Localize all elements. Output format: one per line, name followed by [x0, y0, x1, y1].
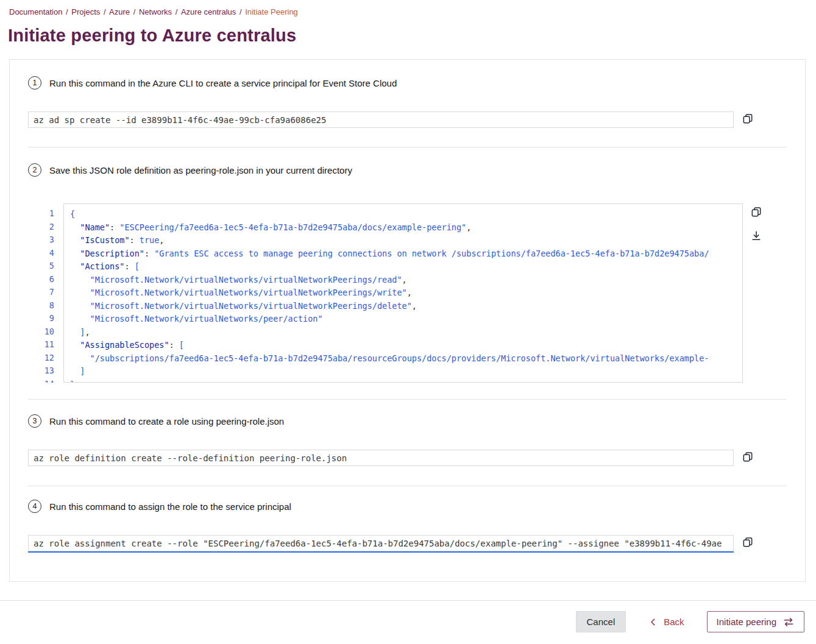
code-line: "/subscriptions/fa7eed6a-1ec5-4efa-b71a-… — [70, 352, 742, 366]
line-number: 14 — [28, 378, 54, 383]
code-line: "IsCustom": true, — [70, 234, 742, 247]
back-button[interactable]: Back — [642, 611, 690, 632]
footer-actions: Cancel Back Initiate peering — [576, 611, 804, 632]
line-number: 3 — [28, 233, 54, 247]
step-divider — [28, 399, 787, 400]
cli-command-input[interactable] — [28, 450, 734, 466]
code-line: "Microsoft.Network/virtualNetworks/virtu… — [70, 300, 742, 313]
cli-command-input[interactable] — [28, 535, 734, 551]
code-line: "Name": "ESCPeering/fa7eed6a-1ec5-4efa-b… — [70, 221, 742, 235]
step-number-badge: 1 — [28, 76, 41, 90]
line-number: 6 — [28, 273, 54, 286]
copy-icon — [750, 206, 762, 218]
line-number: 4 — [28, 247, 54, 260]
line-number: 7 — [28, 286, 54, 299]
back-label: Back — [664, 617, 684, 627]
step-number-badge: 3 — [28, 414, 41, 428]
breadcrumb-separator: / — [63, 7, 70, 16]
cancel-button[interactable]: Cancel — [576, 611, 626, 632]
code-line: "Microsoft.Network/virtualNetworks/virtu… — [70, 274, 742, 287]
line-number: 5 — [28, 260, 54, 273]
copy-icon — [742, 451, 754, 463]
step-instruction: Run this command to create a role using … — [49, 416, 284, 426]
copy-button[interactable] — [742, 450, 754, 464]
line-numbers: 1234567891011121314 — [28, 203, 54, 383]
breadcrumb-separator: / — [101, 7, 108, 16]
breadcrumb-separator: / — [237, 7, 244, 16]
copy-icon — [742, 536, 754, 548]
step-instruction: Save this JSON role definition as peerin… — [49, 165, 352, 175]
swap-horizontal-icon — [782, 616, 795, 628]
code-line: { — [70, 208, 742, 221]
download-icon — [750, 230, 762, 242]
breadcrumb-separator: / — [173, 7, 180, 16]
breadcrumb-current: Initiate Peering — [245, 7, 298, 16]
line-number: 1 — [28, 207, 54, 221]
breadcrumb-link[interactable]: Azure — [109, 7, 130, 16]
step-instruction: Run this command to assign the role to t… — [49, 501, 291, 512]
line-number: 9 — [28, 312, 54, 325]
breadcrumb: Documentation / Projects / Azure / Netwo… — [9, 7, 298, 16]
line-number: 8 — [28, 299, 54, 313]
breadcrumb-link[interactable]: Networks — [139, 7, 172, 16]
step-instruction: Run this command in the Azure CLI to cre… — [49, 78, 397, 88]
download-json-button[interactable] — [750, 228, 762, 243]
code-line: "Microsoft.Network/virtualNetworks/peer/… — [70, 313, 742, 326]
code-line: "AssignableScopes": [ — [70, 339, 742, 352]
initiate-peering-label: Initiate peering — [717, 617, 776, 627]
line-number: 10 — [28, 325, 54, 339]
step-divider — [28, 486, 787, 486]
footer-divider — [0, 600, 816, 601]
page-title: Initiate peering to Azure centralus — [8, 26, 296, 46]
step-divider — [28, 147, 787, 147]
code-line: "Description": "Grants ESC access to man… — [70, 247, 742, 261]
step-1: 1 Run this command in the Azure CLI to c… — [28, 76, 787, 128]
line-number: 12 — [28, 352, 54, 365]
code-line: ], — [70, 326, 742, 339]
copy-button[interactable] — [742, 535, 754, 550]
breadcrumb-link[interactable]: Projects — [71, 7, 100, 16]
copy-icon — [742, 113, 754, 125]
breadcrumb-link[interactable]: Documentation — [9, 7, 62, 16]
step-number-badge: 4 — [28, 500, 41, 513]
line-number: 2 — [28, 221, 54, 234]
cli-command-input[interactable] — [28, 111, 734, 128]
breadcrumb-separator: / — [131, 7, 138, 16]
code-line: ] — [70, 365, 742, 378]
breadcrumb-link[interactable]: Azure centralus — [181, 7, 236, 16]
step-2: 2 Save this JSON role definition as peer… — [28, 163, 787, 383]
wizard-card: 1 Run this command in the Azure CLI to c… — [9, 59, 806, 582]
code-line: } — [70, 378, 742, 383]
chevron-left-icon — [648, 617, 658, 627]
step-3: 3 Run this command to create a role usin… — [28, 414, 787, 466]
copy-json-button[interactable] — [750, 205, 762, 219]
json-editor[interactable]: { "Name": "ESCPeering/fa7eed6a-1ec5-4efa… — [63, 203, 743, 383]
code-line: "Microsoft.Network/virtualNetworks/virtu… — [70, 286, 742, 300]
line-number: 11 — [28, 338, 54, 352]
step-number-badge: 2 — [28, 163, 41, 177]
copy-button[interactable] — [742, 111, 754, 126]
initiate-peering-button[interactable]: Initiate peering — [707, 611, 804, 632]
code-line: "Actions": [ — [70, 260, 742, 274]
line-number: 13 — [28, 364, 54, 378]
step-4: 4 Run this command to assign the role to… — [28, 500, 787, 551]
